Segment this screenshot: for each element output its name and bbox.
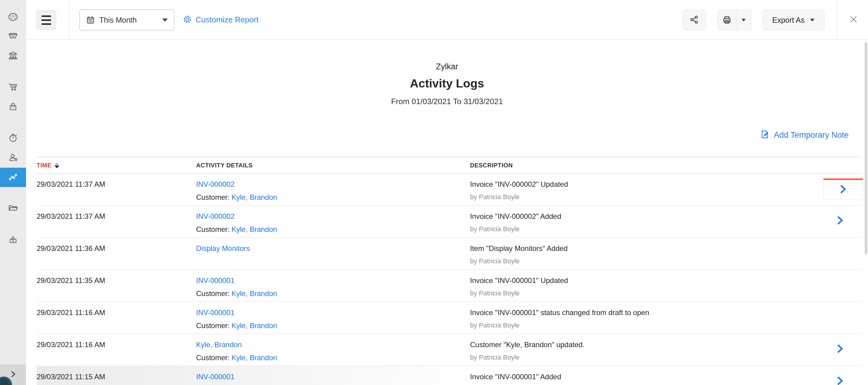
row-author: by Patricia Boyle bbox=[470, 193, 861, 201]
customer-label: Customer: bbox=[196, 193, 230, 201]
row-time: 29/03/2021 11:35 AM bbox=[37, 276, 196, 285]
chevron-right-icon bbox=[836, 344, 844, 354]
column-header-time[interactable]: TIME bbox=[37, 162, 196, 169]
row-expand-button[interactable] bbox=[834, 343, 847, 356]
row-time: 29/03/2021 11:36 AM bbox=[37, 244, 196, 253]
entity-link[interactable]: INV-000001 bbox=[196, 308, 235, 317]
chevron-down-icon bbox=[162, 19, 168, 22]
svg-text:$: $ bbox=[12, 239, 14, 242]
close-report-button[interactable] bbox=[847, 13, 860, 27]
vertical-scrollbar[interactable] bbox=[865, 42, 867, 254]
customer-label: Customer: bbox=[196, 225, 230, 233]
row-time: 29/03/2021 11:15 AM bbox=[37, 373, 196, 381]
export-as-button[interactable]: Export As bbox=[763, 10, 825, 30]
toolbar-divider bbox=[69, 0, 69, 39]
entity-link[interactable]: INV-000002 bbox=[196, 212, 235, 220]
bank-icon bbox=[7, 50, 19, 62]
chevron-down-icon bbox=[810, 19, 814, 21]
sidebar-item-time-tracking[interactable] bbox=[0, 130, 26, 147]
sidebar-item-reports[interactable] bbox=[0, 168, 26, 187]
trend-chart-icon bbox=[7, 171, 19, 184]
chevron-right-icon bbox=[836, 216, 844, 226]
customer-link[interactable]: Kyle, Brandon bbox=[231, 289, 277, 298]
export-as-label: Export As bbox=[772, 16, 805, 25]
entity-link[interactable]: Kyle, Brandon bbox=[196, 340, 242, 349]
row-time: 29/03/2021 11:16 AM bbox=[37, 308, 196, 317]
row-expand-button[interactable] bbox=[834, 214, 847, 228]
chevron-right-icon bbox=[839, 185, 847, 195]
row-expand-button[interactable] bbox=[834, 375, 847, 385]
hamburger-icon bbox=[41, 16, 51, 25]
stopwatch-icon bbox=[7, 132, 19, 145]
calendar-icon bbox=[86, 16, 95, 25]
share-button[interactable] bbox=[683, 10, 706, 30]
entity-link[interactable]: INV-000001 bbox=[196, 373, 235, 381]
table-header-row: TIME ACTIVITY DETAILS DESCRIPTION bbox=[37, 157, 861, 174]
customize-report-label: Customize Report bbox=[195, 15, 258, 25]
dashboard-gauge-icon bbox=[7, 11, 19, 24]
time-header-label: TIME bbox=[37, 162, 52, 169]
app-sidebar: $ bbox=[0, 0, 26, 385]
table-row: 29/03/2021 11:37 AM INV-000002 Customer:… bbox=[37, 206, 861, 238]
customer-link[interactable]: Kyle, Brandon bbox=[231, 321, 277, 330]
date-range-select[interactable]: This Month bbox=[79, 9, 174, 31]
sidebar-item-documents[interactable] bbox=[0, 200, 26, 217]
row-time: 29/03/2021 11:37 AM bbox=[37, 180, 196, 188]
report-toolbar: This Month Customize Report Export As bbox=[26, 0, 868, 40]
organization-name: Zylkar bbox=[26, 62, 868, 71]
printer-icon bbox=[718, 10, 736, 30]
sidebar-item-accountant[interactable] bbox=[0, 150, 26, 167]
report-date-range: From 01/03/2021 To 31/03/2021 bbox=[26, 97, 868, 106]
sidebar-item-banking[interactable] bbox=[0, 48, 26, 64]
entity-link[interactable]: Display Monitors bbox=[196, 244, 250, 253]
sidebar-item-payroll[interactable]: $ bbox=[0, 232, 26, 249]
note-pencil-icon bbox=[760, 129, 770, 141]
row-description: Invoice "INV-000002" Updated bbox=[470, 180, 861, 188]
page-title: Activity Logs bbox=[26, 77, 868, 90]
table-row: 29/03/2021 11:36 AM Display Monitors Ite… bbox=[37, 238, 861, 270]
row-author: by Patricia Boyle bbox=[470, 354, 861, 361]
entity-link[interactable]: INV-000001 bbox=[196, 276, 235, 285]
row-description: Item "Display Monitors" Added bbox=[470, 244, 861, 253]
print-button[interactable] bbox=[717, 10, 751, 30]
reports-menu-button[interactable] bbox=[36, 10, 56, 30]
table-row: 29/03/2021 11:15 AM INV-000001 Invoice "… bbox=[37, 366, 861, 385]
add-temporary-note-label: Add Temporary Note bbox=[774, 130, 849, 140]
add-temporary-note-link[interactable]: Add Temporary Note bbox=[760, 129, 849, 141]
row-author: by Patricia Boyle bbox=[470, 225, 861, 233]
customer-link[interactable]: Kyle, Brandon bbox=[231, 193, 277, 201]
row-author: by Patricia Boyle bbox=[470, 289, 861, 297]
customize-report-link[interactable]: Customize Report bbox=[183, 0, 258, 40]
row-author: by Patricia Boyle bbox=[470, 321, 861, 329]
row-expand-button-highlighted[interactable] bbox=[823, 179, 863, 200]
table-row: 29/03/2021 11:35 AM INV-000001 Customer:… bbox=[37, 270, 861, 302]
row-time: 29/03/2021 11:37 AM bbox=[37, 212, 196, 220]
share-icon bbox=[689, 15, 699, 25]
sidebar-item-purchases[interactable] bbox=[0, 99, 26, 116]
entity-link[interactable]: INV-000002 bbox=[196, 180, 235, 188]
customer-label: Customer: bbox=[196, 289, 230, 298]
customer-link[interactable]: Kyle, Brandon bbox=[231, 225, 277, 233]
date-range-value: This Month bbox=[99, 16, 137, 25]
toolbar-divider bbox=[837, 0, 837, 39]
cart-icon bbox=[7, 81, 19, 94]
customer-label: Customer: bbox=[196, 354, 230, 362]
print-options-dropdown[interactable] bbox=[736, 10, 751, 30]
row-author: by Patricia Boyle bbox=[470, 257, 861, 265]
customer-link[interactable]: Kyle, Brandon bbox=[231, 354, 277, 362]
chevron-right-icon bbox=[836, 376, 844, 385]
sidebar-item-sales[interactable] bbox=[0, 79, 26, 96]
row-description: Customer "Kyle, Brandon" updated. bbox=[470, 340, 861, 349]
row-description: Invoice "INV-000001" Added bbox=[470, 373, 861, 381]
items-basket-icon bbox=[7, 31, 19, 43]
row-description: Invoice "INV-000001" Updated bbox=[470, 276, 861, 285]
row-time: 29/03/2021 11:16 AM bbox=[37, 340, 196, 349]
customer-label: Customer: bbox=[196, 321, 230, 330]
sort-descending-icon[interactable] bbox=[55, 162, 59, 168]
shopping-bag-icon bbox=[7, 101, 19, 114]
row-description: Invoice "INV-000001" status changed from… bbox=[470, 308, 861, 317]
activity-logs-page: $ This Month Customize Report bbox=[0, 0, 868, 385]
table-row: 29/03/2021 11:16 AM INV-000001 Customer:… bbox=[37, 302, 861, 334]
sidebar-item-items[interactable] bbox=[0, 28, 26, 46]
sidebar-item-dashboard[interactable] bbox=[0, 9, 26, 26]
